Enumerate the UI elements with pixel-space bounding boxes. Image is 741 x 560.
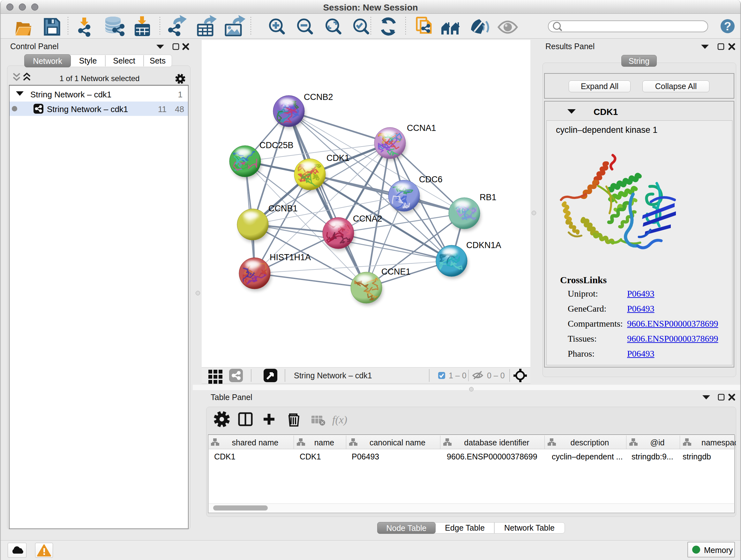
svg-text:CDKN1A: CDKN1A xyxy=(466,240,501,250)
svg-text:CCNB1: CCNB1 xyxy=(268,204,298,213)
svg-text:?: ? xyxy=(724,20,731,33)
svg-text:CDC6: CDC6 xyxy=(419,175,443,184)
svg-text:CDC25B: CDC25B xyxy=(259,140,293,150)
svg-text:CCNE1: CCNE1 xyxy=(381,267,411,276)
svg-text:RB1: RB1 xyxy=(480,192,496,202)
svg-text:CDK1: CDK1 xyxy=(327,153,349,163)
svg-text:CCNA1: CCNA1 xyxy=(407,123,436,133)
svg-text:1 – 0: 1 – 0 xyxy=(449,371,467,380)
svg-text:CCNB2: CCNB2 xyxy=(304,92,333,102)
svg-text:0 – 0: 0 – 0 xyxy=(487,371,505,380)
svg-text:f(x): f(x) xyxy=(332,414,347,426)
svg-text:CCNA2: CCNA2 xyxy=(353,214,382,224)
svg-text:HIST1H1A: HIST1H1A xyxy=(270,253,311,262)
svg-text:String Network – cdk1: String Network – cdk1 xyxy=(294,371,372,380)
